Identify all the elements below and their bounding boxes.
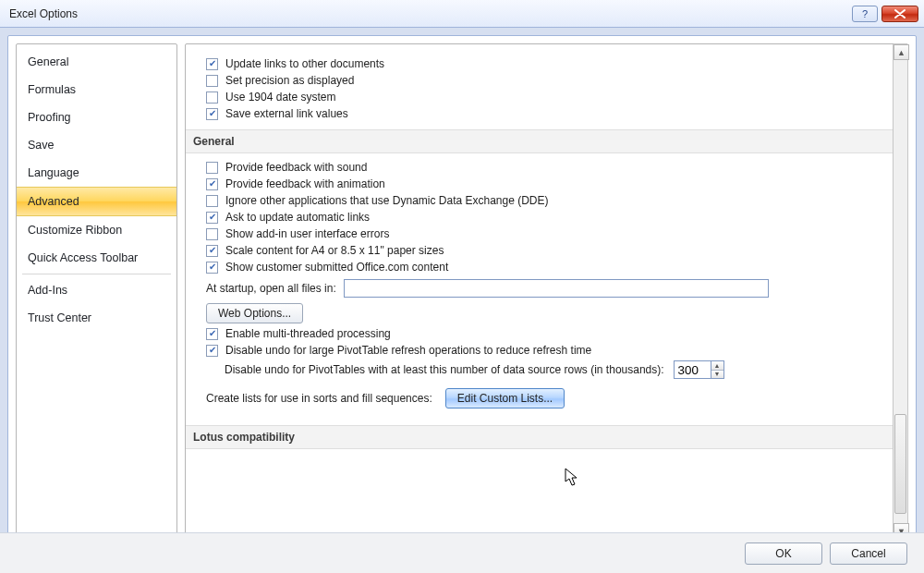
check-label: Set precision as displayed bbox=[225, 74, 354, 87]
checkbox-icon bbox=[206, 178, 218, 190]
check-label: Ask to update automatic links bbox=[225, 211, 370, 224]
check-save-external-link[interactable]: Save external link values bbox=[206, 107, 887, 120]
check-label: Provide feedback with animation bbox=[225, 177, 385, 190]
checkbox-icon bbox=[206, 245, 218, 257]
ok-button[interactable]: OK bbox=[745, 543, 822, 565]
checkbox-icon bbox=[206, 91, 218, 104]
pivot-rows-label: Disable undo for PivotTables with at lea… bbox=[225, 363, 664, 376]
pivot-rows-spinner[interactable]: ▲ ▼ bbox=[674, 360, 724, 379]
check-disable-undo-pivot[interactable]: Disable undo for large PivotTable refres… bbox=[206, 344, 887, 357]
pivot-rows-input[interactable] bbox=[674, 360, 711, 379]
advanced-panel: Update links to other documents Set prec… bbox=[185, 43, 908, 540]
check-label: Save external link values bbox=[225, 107, 348, 120]
edit-custom-lists-button[interactable]: Edit Custom Lists... bbox=[445, 388, 565, 408]
checkbox-icon bbox=[206, 162, 218, 174]
check-label: Enable multi-threaded processing bbox=[225, 327, 391, 340]
check-ignore-dde[interactable]: Ignore other applications that use Dynam… bbox=[206, 194, 887, 207]
category-sidebar: General Formulas Proofing Save Language … bbox=[16, 43, 177, 540]
content-wrap: Update links to other documents Set prec… bbox=[185, 43, 908, 540]
custom-lists-label: Create lists for use in sorts and fill s… bbox=[206, 392, 432, 405]
nav-label: General bbox=[28, 55, 68, 68]
nav-label: Quick Access Toolbar bbox=[28, 251, 138, 264]
check-feedback-animation[interactable]: Provide feedback with animation bbox=[206, 177, 887, 190]
button-label: OK bbox=[775, 547, 791, 560]
web-options-row: Web Options... bbox=[206, 303, 887, 323]
nav-label: Add-Ins bbox=[28, 284, 67, 297]
nav-label: Save bbox=[28, 139, 55, 152]
checkbox-icon bbox=[206, 262, 218, 274]
check-label: Scale content for A4 or 8.5 x 11" paper … bbox=[225, 244, 444, 257]
checkbox-icon bbox=[206, 58, 218, 70]
button-label: Edit Custom Lists... bbox=[457, 392, 553, 405]
nav-label: Advanced bbox=[28, 195, 79, 208]
button-label: Web Options... bbox=[218, 307, 291, 320]
nav-save[interactable]: Save bbox=[17, 131, 176, 159]
check-multithread[interactable]: Enable multi-threaded processing bbox=[206, 327, 887, 340]
pivot-rows-row: Disable undo for PivotTables with at lea… bbox=[225, 360, 887, 379]
check-officecom-content[interactable]: Show customer submitted Office.com conte… bbox=[206, 261, 887, 274]
section-header-lotus: Lotus compatibility bbox=[186, 425, 907, 449]
check-label: Disable undo for large PivotTable refres… bbox=[225, 344, 591, 357]
scroll-up-icon[interactable]: ▲ bbox=[894, 44, 909, 60]
checkbox-icon bbox=[206, 212, 218, 224]
check-label: Ignore other applications that use Dynam… bbox=[225, 194, 549, 207]
nav-customize-ribbon[interactable]: Customize Ribbon bbox=[17, 216, 176, 244]
nav-general[interactable]: General bbox=[17, 48, 176, 76]
nav-label: Customize Ribbon bbox=[28, 224, 122, 237]
startup-path-input[interactable] bbox=[344, 279, 769, 298]
checkbox-icon bbox=[206, 195, 218, 207]
nav-separator bbox=[22, 274, 171, 274]
startup-open-row: At startup, open all files in: bbox=[206, 279, 887, 298]
nav-proofing[interactable]: Proofing bbox=[17, 104, 176, 131]
button-label: Cancel bbox=[851, 547, 885, 560]
nav-label: Trust Center bbox=[28, 311, 91, 324]
checkbox-icon bbox=[206, 228, 218, 240]
dialog-footer: OK Cancel bbox=[0, 532, 924, 573]
custom-lists-row: Create lists for use in sorts and fill s… bbox=[206, 388, 887, 408]
window-controls: ? bbox=[852, 6, 918, 22]
mouse-cursor-icon bbox=[565, 468, 579, 488]
check-label: Show add-in user interface errors bbox=[225, 227, 389, 240]
nav-formulas[interactable]: Formulas bbox=[17, 76, 176, 104]
check-1904-date[interactable]: Use 1904 date system bbox=[206, 91, 887, 104]
nav-label: Language bbox=[28, 166, 79, 179]
nav-addins[interactable]: Add-Ins bbox=[17, 276, 176, 304]
check-label: Provide feedback with sound bbox=[225, 161, 367, 174]
cancel-button[interactable]: Cancel bbox=[830, 543, 907, 565]
check-label: Update links to other documents bbox=[225, 57, 384, 70]
close-button[interactable] bbox=[881, 6, 918, 22]
nav-label: Proofing bbox=[28, 111, 71, 124]
web-options-button[interactable]: Web Options... bbox=[206, 303, 303, 323]
window-title: Excel Options bbox=[9, 7, 78, 20]
spinner-up-icon[interactable]: ▲ bbox=[711, 361, 723, 371]
checkbox-icon bbox=[206, 328, 218, 340]
nav-trust-center[interactable]: Trust Center bbox=[17, 304, 176, 332]
dialog-body: General Formulas Proofing Save Language … bbox=[7, 35, 917, 548]
check-set-precision[interactable]: Set precision as displayed bbox=[206, 74, 887, 87]
nav-label: Formulas bbox=[28, 83, 76, 96]
check-feedback-sound[interactable]: Provide feedback with sound bbox=[206, 161, 887, 174]
check-label: Use 1904 date system bbox=[225, 91, 335, 104]
check-label: Show customer submitted Office.com conte… bbox=[225, 261, 448, 274]
check-scale-a4[interactable]: Scale content for A4 or 8.5 x 11" paper … bbox=[206, 244, 887, 257]
check-ask-update-links[interactable]: Ask to update automatic links bbox=[206, 211, 887, 224]
scroll-thumb[interactable] bbox=[894, 414, 906, 514]
titlebar: Excel Options ? bbox=[0, 0, 924, 28]
nav-quick-access[interactable]: Quick Access Toolbar bbox=[17, 244, 176, 272]
spinner-down-icon[interactable]: ▼ bbox=[711, 371, 723, 379]
checkbox-icon bbox=[206, 75, 218, 87]
help-button[interactable]: ? bbox=[852, 6, 878, 22]
section-header-general: General bbox=[186, 129, 907, 153]
checkbox-icon bbox=[206, 108, 218, 120]
nav-language[interactable]: Language bbox=[17, 159, 176, 187]
checkbox-icon bbox=[206, 345, 218, 357]
startup-label: At startup, open all files in: bbox=[206, 282, 336, 295]
vertical-scrollbar[interactable]: ▲ ▼ bbox=[893, 43, 908, 540]
nav-advanced[interactable]: Advanced bbox=[17, 187, 176, 216]
check-show-addin-errors[interactable]: Show add-in user interface errors bbox=[206, 227, 887, 240]
check-update-links[interactable]: Update links to other documents bbox=[206, 57, 887, 70]
close-icon bbox=[894, 9, 906, 18]
spinner-buttons: ▲ ▼ bbox=[711, 360, 724, 379]
